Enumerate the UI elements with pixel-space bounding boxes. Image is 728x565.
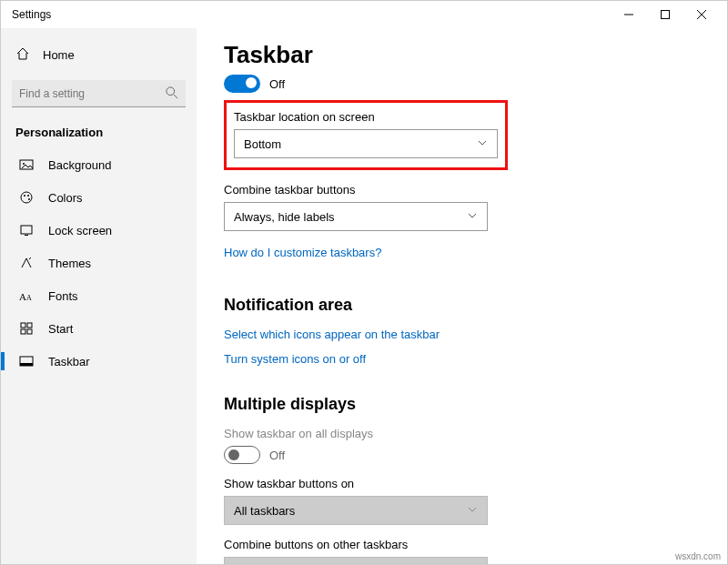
home-label: Home <box>43 48 75 62</box>
page-title: Taskbar <box>224 41 700 69</box>
svg-rect-1 <box>662 11 670 19</box>
location-label: Taskbar location on screen <box>234 110 498 124</box>
window-title: Settings <box>8 8 611 21</box>
multi-show-state: Off <box>269 449 285 462</box>
category-header: Personalization <box>1 118 197 148</box>
maximize-button[interactable] <box>647 1 683 28</box>
sidebar-item-label: Themes <box>48 257 91 270</box>
sidebar-item-lock-screen[interactable]: Lock screen <box>1 214 197 247</box>
sidebar-item-label: Fonts <box>48 289 78 303</box>
svg-line-5 <box>174 95 177 98</box>
sidebar-item-taskbar[interactable]: Taskbar <box>1 345 197 378</box>
highlighted-setting: Taskbar location on screen Bottom <box>224 100 508 170</box>
top-toggle-row: Off <box>224 75 700 93</box>
taskbar-icon <box>19 354 34 368</box>
svg-rect-18 <box>21 329 25 334</box>
title-bar: Settings <box>1 1 727 28</box>
notif-link-system[interactable]: Turn system icons on or off <box>224 352 366 366</box>
multi-buttons-label: Show taskbar buttons on <box>224 477 700 490</box>
location-select[interactable]: Bottom <box>234 129 498 158</box>
main-content: Taskbar Off Taskbar location on screen B… <box>197 28 727 564</box>
nav-items: Background Colors Lock screen Themes AA … <box>1 148 197 378</box>
notif-link-icons[interactable]: Select which icons appear on the taskbar <box>224 328 440 341</box>
sidebar-item-colors[interactable]: Colors <box>1 181 197 214</box>
sidebar-item-label: Lock screen <box>48 224 112 237</box>
window-body: Home Personalization Background Colors L <box>1 28 727 564</box>
multi-show-label: Show taskbar on all displays <box>224 427 700 440</box>
combine-value: Always, hide labels <box>234 210 335 224</box>
svg-point-11 <box>28 198 30 200</box>
svg-point-7 <box>23 163 25 165</box>
svg-rect-21 <box>20 363 33 366</box>
sidebar-item-label: Colors <box>48 191 83 205</box>
palette-icon <box>19 190 34 205</box>
combine-label: Combine taskbar buttons <box>224 183 700 197</box>
picture-icon <box>19 157 34 172</box>
home-icon <box>15 46 30 64</box>
svg-rect-16 <box>21 323 25 328</box>
watermark: wsxdn.com <box>675 551 721 561</box>
svg-text:A: A <box>26 294 32 302</box>
lock-screen-icon <box>19 223 34 237</box>
multi-show-toggle-row: Off <box>224 446 700 464</box>
themes-icon <box>19 256 34 270</box>
location-value: Bottom <box>244 137 281 151</box>
multi-buttons-select: All taskbars <box>224 496 488 525</box>
sidebar-item-label: Start <box>48 322 73 336</box>
combine-select[interactable]: Always, hide labels <box>224 202 488 231</box>
svg-point-9 <box>24 195 25 197</box>
chevron-down-icon <box>467 210 478 224</box>
multiple-displays-heading: Multiple displays <box>224 395 700 414</box>
svg-text:A: A <box>19 291 26 302</box>
close-button[interactable] <box>683 1 720 28</box>
svg-point-10 <box>27 195 29 197</box>
help-link[interactable]: How do I customize taskbars? <box>224 246 381 259</box>
svg-rect-19 <box>27 329 32 334</box>
settings-window: Settings Home Personalization Background <box>0 0 728 565</box>
search-input[interactable] <box>12 80 186 107</box>
search-icon <box>166 86 178 102</box>
sidebar-item-label: Background <box>48 158 111 172</box>
multi-show-toggle[interactable] <box>224 446 260 464</box>
search-wrap <box>12 80 186 107</box>
chevron-down-icon <box>467 504 478 518</box>
multi-combine-label: Combine buttons on other taskbars <box>224 538 700 551</box>
multi-buttons-value: All taskbars <box>234 504 295 518</box>
svg-rect-12 <box>21 226 32 234</box>
fonts-icon: AA <box>19 288 34 303</box>
multi-combine-select: Always, hide labels <box>224 557 488 564</box>
svg-rect-17 <box>27 323 32 328</box>
svg-point-4 <box>167 87 175 96</box>
sidebar-item-start[interactable]: Start <box>1 312 197 345</box>
start-icon <box>19 321 34 336</box>
minimize-button[interactable] <box>611 1 647 28</box>
sidebar: Home Personalization Background Colors L <box>1 28 197 564</box>
notification-heading: Notification area <box>224 296 700 315</box>
home-link[interactable]: Home <box>1 37 197 73</box>
top-toggle[interactable] <box>224 75 260 93</box>
sidebar-item-background[interactable]: Background <box>1 148 197 181</box>
sidebar-item-themes[interactable]: Themes <box>1 247 197 279</box>
svg-rect-13 <box>25 235 28 236</box>
chevron-down-icon <box>477 137 488 151</box>
sidebar-item-fonts[interactable]: AA Fonts <box>1 279 197 312</box>
top-toggle-state: Off <box>269 77 285 91</box>
svg-point-8 <box>21 192 32 203</box>
sidebar-item-label: Taskbar <box>48 355 90 368</box>
